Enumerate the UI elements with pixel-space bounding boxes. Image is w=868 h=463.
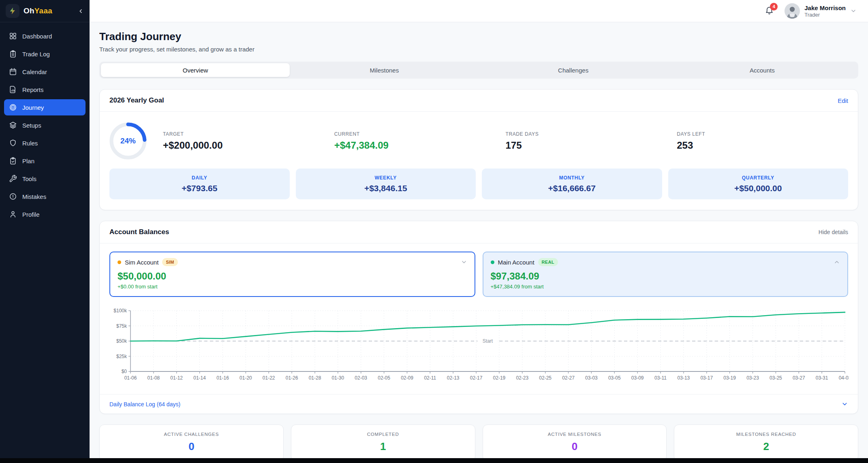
stat-value: 0 [487,440,663,453]
sidebar-item-trade-log[interactable]: Trade Log [4,46,86,62]
progress-gauge: 24% [109,122,147,160]
period-label: DAILY [192,175,207,181]
svg-text:01-08: 01-08 [148,375,160,381]
account-balance: $97,384.09 [491,271,840,282]
stat-card-milestones-reached: MILESTONES REACHED2 [674,425,858,458]
goal-stat-trade-days: TRADE DAYS175 [506,131,677,151]
svg-text:02-23: 02-23 [516,375,528,381]
stat-label: ACTIVE CHALLENGES [104,432,279,437]
account-delta: +$0.00 from start [118,284,467,290]
stat-label: MILESTONES REACHED [678,432,854,437]
svg-text:01-28: 01-28 [309,375,321,381]
period-label: MONTHLY [559,175,585,181]
user-menu[interactable]: Jake Morrison Trader [785,3,857,19]
tab-overview[interactable]: Overview [101,63,290,77]
notifications-button[interactable]: 4 [765,6,774,17]
hide-details-button[interactable]: Hide details [819,229,848,235]
goal-period-targets: DAILY+$793.65WEEKLY+$3,846.15MONTHLY+$16… [100,169,858,210]
sidebar-item-label: Dashboard [22,33,52,40]
clipboard-icon [9,50,17,58]
svg-text:03-27: 03-27 [793,375,805,381]
period-value: +$50,000.00 [734,183,782,193]
chevron-up-icon [834,259,840,265]
period-target-weekly: WEEKLY+$3,846.15 [296,169,476,199]
sidebar-item-profile[interactable]: Profile [4,206,86,222]
sidebar-item-mistakes[interactable]: Mistakes [4,188,86,205]
account-card-sim-account[interactable]: Sim AccountSIM$50,000.00+$0.00 from star… [109,252,475,297]
period-label: WEEKLY [375,175,397,181]
sidebar-item-label: Calendar [22,68,47,75]
app-title: OhYaaa [24,6,52,15]
account-status-dot [118,260,121,264]
svg-text:03-19: 03-19 [723,375,736,381]
account-name: Sim Account [125,259,158,266]
layers-icon [9,121,17,129]
goal-stat-value: +$47,384.09 [334,140,506,151]
sidebar-item-setups[interactable]: Setups [4,117,86,133]
svg-text:01-26: 01-26 [286,375,298,381]
sidebar-item-label: Plan [22,158,34,164]
calendar-icon [9,68,17,76]
tab-accounts[interactable]: Accounts [668,63,857,77]
edit-goal-button[interactable]: Edit [838,97,848,104]
lightning-logo-icon [6,4,19,18]
tab-challenges[interactable]: Challenges [479,63,668,77]
sidebar-item-plan[interactable]: Plan [4,153,86,169]
clipboard-check-icon [9,157,17,165]
svg-text:03-05: 03-05 [608,375,621,381]
daily-balance-log-toggle[interactable]: Daily Balance Log (64 days) [100,394,858,414]
yearly-goal-card: 2026 Yearly Goal Edit 24% TARGET+$200,00… [99,89,858,210]
sidebar-item-label: Journey [22,104,44,111]
stat-card-active-milestones: ACTIVE MILESTONES0 [483,425,667,458]
svg-text:01-14: 01-14 [193,375,206,381]
user-role: Trader [804,12,846,18]
goal-stat-current: CURRENT+$47,384.09 [334,131,506,151]
goal-stat-label: DAYS LEFT [677,131,848,137]
sidebar-item-dashboard[interactable]: Dashboard [4,28,86,44]
balances-card-title: Account Balances [109,228,169,236]
period-target-quarterly: QUARTERLY+$50,000.00 [668,169,849,199]
topbar: 4 Jake Morrison Trader [90,0,868,22]
svg-text:02-17: 02-17 [470,375,483,381]
sidebar-item-reports[interactable]: Reports [4,81,86,98]
tab-bar: OverviewMilestonesChallengesAccounts [99,62,858,79]
svg-text:01-30: 01-30 [331,375,344,381]
svg-text:02-05: 02-05 [378,375,390,381]
sidebar-nav: DashboardTrade LogCalendarReportsJourney… [0,22,90,228]
sidebar-item-rules[interactable]: Rules [4,135,86,151]
stat-value: 2 [678,440,854,453]
sidebar-collapse-button[interactable] [78,8,84,14]
stat-value: 1 [295,440,471,453]
svg-text:03-11: 03-11 [654,375,667,381]
account-type-badge: SIM [162,258,177,266]
sidebar-item-label: Tools [22,175,36,182]
sidebar-item-label: Mistakes [22,193,46,200]
user-icon [9,210,17,218]
page-title: Trading Journey [99,30,858,43]
svg-text:01-06: 01-06 [124,375,137,381]
avatar [785,3,800,19]
tab-milestones[interactable]: Milestones [290,63,479,77]
sidebar-item-label: Trade Log [22,51,50,58]
account-card-main-account[interactable]: Main AccountREAL$97,384.09+$47,384.09 fr… [483,252,849,297]
period-target-monthly: MONTHLY+$16,666.67 [482,169,662,199]
goal-stat-value: +$200,000.00 [163,140,334,151]
svg-text:Start: Start [483,338,493,344]
stat-label: COMPLETED [295,432,471,437]
report-icon [9,85,17,94]
account-balances-card: Account Balances Hide details Sim Accoun… [99,221,858,414]
goal-stat-value: 253 [677,140,848,151]
svg-text:$100k: $100k [113,308,127,314]
sidebar-item-journey[interactable]: Journey [4,99,86,115]
sidebar-item-calendar[interactable]: Calendar [4,64,86,80]
summary-stats: ACTIVE CHALLENGES0COMPLETED1ACTIVE MILES… [99,425,858,458]
sidebar-item-tools[interactable]: Tools [4,171,86,187]
main-content: Trading Journey Track your progress, set… [90,22,868,458]
progress-percent: 24% [109,122,147,160]
svg-text:03-31: 03-31 [816,375,828,381]
sidebar: OhYaaa DashboardTrade LogCalendarReports… [0,0,90,458]
svg-text:03-25: 03-25 [770,375,782,381]
svg-text:02-27: 02-27 [562,375,575,381]
svg-text:02-09: 02-09 [401,375,413,381]
account-balance: $50,000.00 [118,271,467,282]
